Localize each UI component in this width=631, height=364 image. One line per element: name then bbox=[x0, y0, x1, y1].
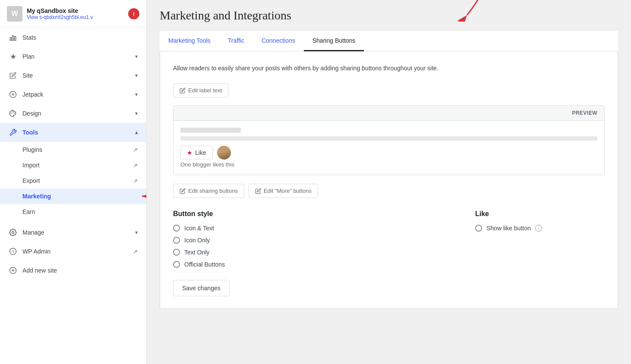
radio-text-only[interactable]: Text Only bbox=[173, 249, 458, 256]
marketing-label: Marketing bbox=[22, 193, 138, 200]
like-title: Like bbox=[475, 210, 605, 218]
site-chevron: ▾ bbox=[135, 72, 138, 78]
sidebar-item-site[interactable]: Site ▾ bbox=[0, 66, 146, 85]
radio-official-circle bbox=[173, 261, 180, 268]
edit-label-text: Edit label text bbox=[188, 87, 222, 94]
preview-line-1 bbox=[180, 128, 241, 133]
like-button-area: ★ Like bbox=[180, 146, 597, 160]
radio-official-label: Official Buttons bbox=[184, 261, 225, 268]
preview-line-2 bbox=[180, 136, 597, 141]
site-name: My qSandbox site bbox=[27, 7, 124, 14]
svg-point-9 bbox=[14, 113, 15, 114]
sidebar-item-design[interactable]: Design ▾ bbox=[0, 104, 146, 123]
preview-section: PREVIEW ★ Like O bbox=[173, 105, 605, 175]
add-site-icon bbox=[9, 266, 17, 275]
earn-label: Earn bbox=[22, 208, 138, 215]
like-col: Like Show like button i bbox=[475, 210, 605, 268]
sidebar-item-plan[interactable]: ★ Plan ▾ bbox=[0, 47, 146, 66]
sidebar-item-plugins[interactable]: Plugins ↗ bbox=[0, 142, 146, 157]
stats-label: Stats bbox=[22, 34, 138, 41]
radio-icon-text[interactable]: Icon & Text bbox=[173, 225, 458, 232]
save-changes-button[interactable]: Save changes bbox=[173, 280, 230, 296]
add-site-label: Add new site bbox=[22, 267, 138, 274]
sidebar-item-earn[interactable]: Earn bbox=[0, 204, 146, 220]
design-label: Design bbox=[22, 110, 130, 117]
show-like-radio[interactable] bbox=[475, 225, 482, 232]
tab-sharing-buttons[interactable]: Sharing Buttons bbox=[304, 31, 364, 51]
tabs-bar: Marketing Tools Traffic Connections Shar… bbox=[160, 31, 618, 51]
sidebar-item-import[interactable]: Import ↗ bbox=[0, 157, 146, 173]
sidebar-item-marketing[interactable]: Marketing bbox=[0, 188, 146, 204]
sidebar-item-wp-admin[interactable]: WP Admin ↗ bbox=[0, 242, 146, 261]
svg-rect-2 bbox=[15, 37, 16, 41]
tab-traffic[interactable]: Traffic bbox=[219, 31, 253, 51]
plan-label: Plan bbox=[22, 53, 130, 60]
edit-label-icon bbox=[180, 88, 186, 94]
manage-icon bbox=[9, 228, 17, 237]
button-style-title: Button style bbox=[173, 210, 458, 218]
content-area: Allow readers to easily share your posts… bbox=[160, 51, 618, 309]
svg-point-8 bbox=[13, 112, 14, 113]
sidebar-item-manage[interactable]: Manage ▾ bbox=[0, 223, 146, 242]
site-nav-label: Site bbox=[22, 72, 130, 79]
sidebar-item-stats[interactable]: Stats bbox=[0, 28, 146, 47]
sidebar: W My qSandbox site View s-qbdxmt2sgh5bl.… bbox=[0, 0, 147, 364]
notification-dot[interactable]: ! bbox=[128, 8, 139, 19]
preview-body: ★ Like One blogger likes this bbox=[174, 121, 604, 175]
tools-icon bbox=[9, 128, 17, 137]
radio-icon-only[interactable]: Icon Only bbox=[173, 237, 458, 244]
tab-connections[interactable]: Connections bbox=[253, 31, 304, 51]
site-nav-icon bbox=[9, 71, 17, 80]
design-icon bbox=[9, 109, 17, 118]
button-style-options: Icon & Text Icon Only Text Only Off bbox=[173, 225, 458, 268]
svg-point-7 bbox=[12, 112, 13, 113]
jetpack-chevron: ▾ bbox=[135, 91, 138, 97]
manage-label: Manage bbox=[22, 229, 130, 236]
svg-point-6 bbox=[11, 113, 12, 114]
import-external-icon: ↗ bbox=[133, 162, 138, 169]
site-icon: W bbox=[7, 6, 22, 22]
arrow-container: Marketing and Integrations Marketing Too… bbox=[160, 9, 618, 309]
svg-point-11 bbox=[12, 232, 14, 234]
edit-more-buttons[interactable]: Edit "More" buttons bbox=[249, 184, 318, 198]
edit-more-icon bbox=[255, 188, 261, 194]
manage-chevron: ▾ bbox=[135, 229, 138, 235]
jetpack-label: Jetpack bbox=[22, 91, 130, 98]
sidebar-item-export[interactable]: Export ↗ bbox=[0, 173, 146, 188]
radio-icon-text-circle bbox=[173, 225, 180, 232]
like-option: Show like button i bbox=[475, 225, 605, 232]
edit-more-label: Edit "More" buttons bbox=[264, 188, 312, 194]
export-label: Export bbox=[22, 177, 129, 184]
plan-icon: ★ bbox=[9, 52, 17, 61]
edit-buttons-row: Edit sharing buttons Edit "More" buttons bbox=[173, 184, 605, 198]
tab-marketing-tools[interactable]: Marketing Tools bbox=[160, 31, 219, 51]
site-info: My qSandbox site View s-qbdxmt2sgh5bl.eu… bbox=[27, 7, 124, 20]
design-chevron: ▾ bbox=[135, 110, 138, 116]
preview-header: PREVIEW bbox=[174, 106, 604, 121]
like-button-preview[interactable]: ★ Like bbox=[180, 146, 213, 160]
page-title: Marketing and Integrations bbox=[160, 9, 618, 22]
blogger-text: One blogger likes this bbox=[180, 161, 597, 168]
edit-sharing-buttons[interactable]: Edit sharing buttons bbox=[173, 184, 244, 198]
wp-admin-external-icon: ↗ bbox=[133, 248, 138, 255]
radio-official[interactable]: Official Buttons bbox=[173, 261, 458, 268]
export-external-icon: ↗ bbox=[133, 178, 138, 184]
radio-icon-only-circle bbox=[173, 237, 180, 244]
plugins-external-icon: ↗ bbox=[133, 147, 138, 153]
description-text: Allow readers to easily share your posts… bbox=[173, 63, 605, 73]
site-url[interactable]: View s-qbdxmt2sgh5bl.eu1.v bbox=[27, 14, 124, 20]
radio-icon-only-label: Icon Only bbox=[184, 237, 210, 244]
sidebar-item-add-new-site[interactable]: Add new site bbox=[0, 261, 146, 280]
main-content: Marketing and Integrations Marketing Too… bbox=[147, 0, 631, 364]
tools-chevron: ▴ bbox=[135, 129, 138, 135]
like-label: Like bbox=[195, 149, 206, 156]
edit-label-button[interactable]: Edit label text bbox=[173, 83, 228, 97]
sidebar-item-jetpack[interactable]: Jetpack ▾ bbox=[0, 85, 146, 104]
sidebar-header: W My qSandbox site View s-qbdxmt2sgh5bl.… bbox=[0, 0, 146, 28]
preview-lines bbox=[180, 128, 597, 141]
info-icon[interactable]: i bbox=[535, 225, 542, 232]
wp-admin-icon bbox=[9, 247, 17, 256]
jetpack-icon bbox=[9, 90, 17, 99]
sidebar-item-tools[interactable]: Tools ▴ bbox=[0, 123, 146, 142]
stats-icon bbox=[9, 33, 17, 42]
